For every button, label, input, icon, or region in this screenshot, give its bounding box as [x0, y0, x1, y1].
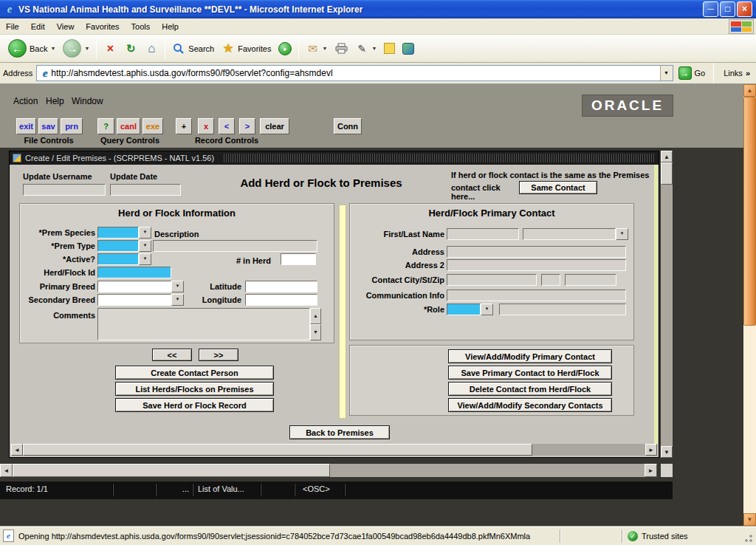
- comments-scroll-down-icon[interactable]: ▼: [310, 324, 321, 340]
- applet-vertical-scrollbar[interactable]: ▲ ▼: [661, 151, 673, 458]
- menu-file[interactable]: File: [0, 20, 25, 33]
- scroll-left-icon[interactable]: ◄: [0, 464, 13, 477]
- oracle-forms-applet: Action Help Window ORACLE exit sav prn ?…: [0, 84, 743, 526]
- prem-species-dropdown-icon[interactable]: ▼: [139, 227, 151, 239]
- exit-button[interactable]: exit: [16, 118, 36, 134]
- record-prev-button[interactable]: <: [219, 118, 235, 134]
- comments-field[interactable]: [97, 308, 310, 340]
- home-button[interactable]: ⌂: [141, 41, 162, 57]
- role-dropdown-icon[interactable]: ▼: [481, 304, 493, 315]
- discuss-button[interactable]: [380, 41, 399, 55]
- name-dropdown-icon[interactable]: ▼: [616, 228, 628, 240]
- stop-button[interactable]: ×: [100, 41, 120, 57]
- save-herd-record-button[interactable]: Save Herd or Flock Record: [115, 398, 274, 412]
- active-field[interactable]: [97, 253, 139, 265]
- delete-contact-button[interactable]: Delete Contact from Herd/Flock: [448, 382, 612, 396]
- applet-horizontal-scrollbar[interactable]: ◄ ►: [0, 464, 657, 477]
- same-contact-button[interactable]: Same Contact: [519, 181, 597, 194]
- secondary-breed-dropdown-icon[interactable]: ▼: [171, 294, 184, 306]
- scroll-right-icon[interactable]: ►: [645, 444, 657, 456]
- oracle-menu-help[interactable]: Help: [46, 96, 64, 106]
- scroll-up-icon[interactable]: ▲: [661, 151, 673, 162]
- query-execute-button[interactable]: exe: [142, 118, 163, 134]
- refresh-button[interactable]: ↻: [120, 41, 141, 57]
- oracle-menu-action[interactable]: Action: [13, 96, 38, 106]
- menu-view[interactable]: View: [51, 20, 80, 33]
- active-dropdown-icon[interactable]: ▼: [139, 253, 151, 265]
- record-clear-button[interactable]: clear: [260, 118, 289, 134]
- browser-vertical-scrollbar[interactable]: ▲ ▼: [743, 84, 756, 526]
- edit-dropdown-icon[interactable]: ▼: [371, 46, 377, 51]
- back-to-premises-button[interactable]: Back to Premises: [289, 425, 390, 439]
- horizontal-scroll-thumb[interactable]: [13, 464, 330, 477]
- oracle-menu-window[interactable]: Window: [72, 96, 103, 106]
- forward-dropdown-icon[interactable]: ▼: [84, 46, 89, 51]
- query-enter-button[interactable]: ?: [97, 118, 114, 134]
- prem-type-dropdown-icon[interactable]: ▼: [139, 240, 151, 252]
- minimize-button[interactable]: ─: [703, 1, 718, 17]
- address-input[interactable]: [51, 66, 659, 80]
- save-primary-contact-button[interactable]: Save Primary Contact to Herd/Flock: [448, 366, 612, 380]
- primary-breed-field[interactable]: [97, 281, 171, 292]
- prem-species-field[interactable]: [97, 227, 139, 239]
- latitude-field[interactable]: [245, 281, 317, 292]
- longitude-field[interactable]: [245, 294, 317, 306]
- print-button[interactable]: [331, 41, 351, 57]
- record-next-button[interactable]: >: [239, 118, 255, 134]
- record-add-button[interactable]: +: [176, 118, 192, 134]
- scroll-down-icon[interactable]: ▼: [661, 446, 673, 458]
- scroll-up-icon[interactable]: ▲: [743, 84, 756, 97]
- messenger-button[interactable]: [399, 41, 418, 56]
- back-button[interactable]: ← Back ▼: [4, 38, 59, 59]
- description-label: Description: [154, 230, 199, 239]
- query-cancel-button[interactable]: canl: [117, 118, 140, 134]
- view-add-modify-primary-button[interactable]: View/Add/Modify Primary Contact: [448, 349, 612, 363]
- scroll-right-icon[interactable]: ►: [645, 464, 657, 477]
- form-horizontal-scrollbar[interactable]: ◄ ►: [11, 444, 657, 456]
- role-field[interactable]: [447, 304, 481, 315]
- herd-flock-id-field[interactable]: [97, 267, 171, 278]
- record-next-nav-button[interactable]: >>: [199, 349, 238, 361]
- address-dropdown-icon[interactable]: ▼: [660, 66, 673, 80]
- scroll-down-icon[interactable]: ▼: [743, 513, 756, 526]
- maximize-button[interactable]: □: [720, 1, 735, 17]
- save-button[interactable]: sav: [38, 118, 58, 134]
- menu-edit[interactable]: Edit: [25, 20, 51, 33]
- view-add-modify-secondary-button[interactable]: View/Add/Modify Secondary Contacts: [448, 398, 612, 412]
- go-arrow-icon: →: [678, 66, 692, 80]
- in-herd-field[interactable]: [281, 253, 316, 265]
- resize-grip[interactable]: [743, 529, 753, 543]
- vertical-scroll-thumb[interactable]: [661, 162, 673, 185]
- links-button[interactable]: Links »: [721, 69, 753, 78]
- record-prev-nav-button[interactable]: <<: [152, 349, 192, 361]
- menu-help[interactable]: Help: [156, 20, 185, 33]
- favorites-button[interactable]: ★ Favorites: [218, 41, 275, 57]
- primary-breed-dropdown-icon[interactable]: ▼: [171, 281, 184, 292]
- scroll-left-icon[interactable]: ◄: [11, 444, 23, 456]
- herd-flock-id-label: Herd/Flock Id: [20, 268, 95, 277]
- edit-button[interactable]: ✎ ▼: [351, 41, 380, 57]
- go-button[interactable]: → Go: [677, 66, 707, 80]
- record-delete-button[interactable]: x: [198, 118, 214, 134]
- prem-type-field[interactable]: [97, 240, 139, 252]
- comments-scroll-up-icon[interactable]: ▲: [310, 308, 321, 324]
- mail-dropdown-icon[interactable]: ▼: [322, 46, 327, 51]
- close-button[interactable]: ×: [737, 1, 752, 17]
- discuss-icon: [384, 43, 395, 54]
- secondary-breed-field[interactable]: [97, 294, 171, 306]
- create-contact-person-button[interactable]: Create Contact Person: [115, 366, 274, 380]
- links-chevron-icon: »: [746, 69, 750, 78]
- browser-scroll-thumb[interactable]: [743, 97, 756, 326]
- horizontal-scroll-thumb[interactable]: [23, 444, 532, 456]
- window-title: VS National Animal Health and Surveillan…: [18, 4, 701, 15]
- list-herds-flocks-button[interactable]: List Herds/Flocks on Premises: [115, 382, 274, 396]
- media-button[interactable]: ▸: [275, 41, 295, 57]
- search-button[interactable]: Search: [168, 41, 218, 57]
- back-dropdown-icon[interactable]: ▼: [50, 46, 55, 51]
- conn-button[interactable]: Conn: [334, 118, 362, 134]
- menu-favorites[interactable]: Favorites: [80, 20, 125, 33]
- print-record-button[interactable]: prn: [61, 118, 83, 134]
- mail-button[interactable]: ✉ ▼: [302, 41, 331, 57]
- forward-button[interactable]: → ▼: [59, 38, 93, 59]
- menu-tools[interactable]: Tools: [126, 20, 157, 33]
